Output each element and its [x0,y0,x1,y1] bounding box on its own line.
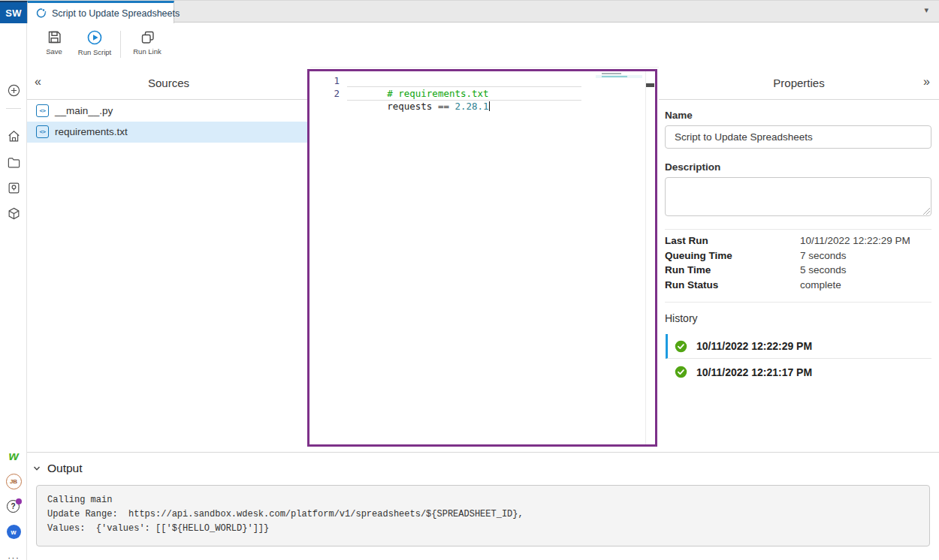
properties-divider [665,302,931,303]
app-window: SW Script to Update Spreadsheets ▾ [0,0,939,560]
line-number: 2 [309,87,340,100]
tab-script[interactable]: Script to Update Spreadsheets [27,1,174,23]
ellipsis-icon: ··· [8,552,20,560]
file-name: __main__.py [55,105,113,116]
source-file-main-py[interactable]: <> __main__.py [27,100,310,122]
name-input[interactable] [665,125,931,149]
detail-row-run-time: Run Time 5 seconds [665,264,933,279]
output-header-toggle[interactable]: Output [33,462,83,475]
editor-scrollbar[interactable] [645,71,655,444]
properties-panel: Properties » Name Description Last Run 1… [659,67,939,452]
history-timestamp: 10/11/2022 12:22:29 PM [696,340,812,352]
packages-icon[interactable] [0,206,27,221]
sources-header: « Sources [27,67,310,100]
wdesk-app-button[interactable]: w [0,525,27,539]
output-panel: Output Calling main Update Range: https:… [27,452,939,560]
properties-header: Properties » [659,67,939,100]
console-line: Calling main [47,493,919,507]
success-check-icon [675,340,687,353]
add-button[interactable] [0,83,27,98]
code-line-2: requests == 2.28.1 [353,87,490,100]
properties-title: Properties [659,77,939,89]
scrollbar-thumb[interactable] [646,83,654,87]
detail-row-run-status: Run Status complete [665,279,933,294]
save-icon [47,29,62,45]
app-logo[interactable]: SW [0,1,27,23]
workiva-logo[interactable]: w [0,450,27,462]
more-button[interactable]: ··· [0,552,27,560]
run-script-button[interactable]: Run Script [72,29,117,56]
save-button[interactable]: Save [38,29,71,56]
history-item[interactable]: 10/11/2022 12:22:29 PM [666,334,931,359]
console-line: Update Range: https://api.sandbox.wdesk.… [47,507,919,522]
folder-icon[interactable] [0,155,27,170]
history-item[interactable]: 10/11/2022 12:21:17 PM [666,360,931,384]
code-line-1: # requirements.txt [353,74,489,87]
chevron-down-icon[interactable]: ▾ [924,5,928,15]
run-script-icon [86,29,103,46]
description-label: Description [665,161,720,173]
run-link-label: Run Link [133,47,162,56]
templates-icon[interactable] [0,181,27,195]
left-sidebar: w JB ? w ··· [0,23,27,560]
properties-divider [665,229,931,230]
avatar-initials: JB [6,474,22,489]
detail-row-last-run: Last Run 10/11/2022 12:22:29 PM [665,235,933,250]
save-label: Save [46,47,62,56]
tab-bar: SW Script to Update Spreadsheets ▾ [0,0,939,23]
chevron-down-icon [33,465,41,471]
sources-title: Sources [27,77,310,89]
history-timestamp: 10/11/2022 12:21:17 PM [696,366,812,378]
run-link-button[interactable]: Run Link [128,29,167,56]
console-line: Values: {'values': [['${HELLO_WORLD}']]} [47,522,919,536]
description-input[interactable] [665,177,931,216]
notification-dot [16,498,22,504]
text-cursor [489,101,491,111]
editor-minimap [596,72,642,79]
tab-title: Script to Update Spreadsheets [52,8,180,19]
success-check-icon [675,366,687,378]
run-script-label: Run Script [78,48,111,56]
name-label: Name [665,110,693,121]
line-number: 1 [309,74,340,87]
code-file-icon: <> [36,104,49,117]
collapse-properties-button[interactable]: » [923,75,930,89]
help-button[interactable]: ? [0,500,27,513]
file-name: requirements.txt [55,126,128,137]
home-icon[interactable] [0,129,27,143]
output-title: Output [47,462,83,475]
code-editor[interactable]: 1 2 # requirements.txt requests == 2.28.… [307,69,657,447]
toolbar: Save Run Script Run Link [27,23,939,67]
source-file-requirements-txt[interactable]: <> requirements.txt [27,122,310,143]
output-console[interactable]: Calling main Update Range: https://api.s… [36,485,930,546]
history-label: History [665,312,698,324]
script-icon [35,8,47,19]
sources-panel: « Sources <> __main__.py <> requirements… [27,67,310,452]
user-avatar[interactable]: JB [0,474,27,489]
detail-row-queuing-time: Queuing Time 7 seconds [665,250,933,265]
code-file-icon: <> [36,125,49,138]
wdesk-icon: w [7,525,21,539]
run-link-icon [140,29,155,45]
toolbar-divider [120,31,121,58]
sidebar-divider [6,108,21,109]
